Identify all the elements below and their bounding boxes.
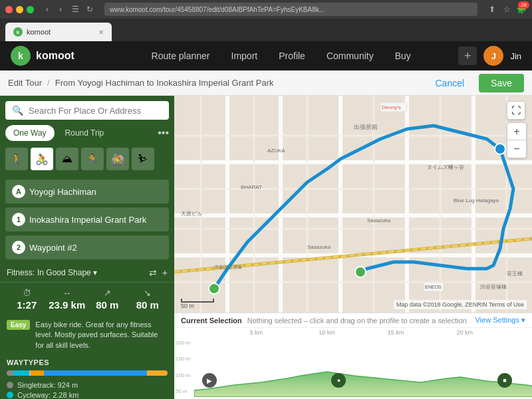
swap-icon[interactable]: ⇄ (149, 267, 157, 278)
map-attribution: Map data ©2018 Google, ZENRIN Terms of U… (394, 300, 527, 309)
waypoint-pin-1: ● (331, 373, 346, 388)
difficulty-badge: Easy (7, 320, 30, 330)
refresh-button[interactable]: ↻ (84, 4, 95, 15)
add-waypoint-icon[interactable]: + (162, 267, 168, 278)
close-window-button[interactable] (5, 6, 13, 13)
nav-buy[interactable]: Buy (395, 48, 411, 64)
play-button-start[interactable]: ▶ (202, 373, 217, 388)
profile-waypoint-end-icon: ■ (497, 373, 512, 388)
svg-text:笹王橋: 笹王橋 (507, 271, 523, 277)
edit-tour-label: Edit Tour (8, 78, 42, 88)
tab-close-button[interactable]: ✕ (98, 29, 104, 36)
distance-ruler: 5 km 10 km 15 km 20 km (174, 328, 532, 337)
activity-run[interactable]: 🏃 (81, 148, 104, 170)
search-bar[interactable]: 🔍 (5, 101, 169, 120)
forward-button[interactable]: › (55, 4, 66, 15)
breadcrumb-separator: / (47, 78, 50, 88)
bookmark-button[interactable]: ☆ (501, 4, 512, 15)
active-tab[interactable]: k komoot ✕ (5, 23, 112, 41)
browser-top-bar: ‹ › ☰ ↻ www.komoot.com/tour/45458807/edi… (0, 0, 532, 19)
search-input[interactable] (29, 106, 162, 116)
nav-route-planner[interactable]: Route planner (152, 48, 210, 64)
view-settings-button[interactable]: View Settings ▾ (475, 316, 525, 325)
waypoint-label-a: A (12, 185, 25, 198)
waytype-list: Singletrack: 924 m Cycleway: 2.28 km Pat… (7, 381, 168, 399)
stat-elevation-up-value: 80 m (96, 299, 118, 311)
svg-text:BHARAT: BHARAT (241, 184, 262, 190)
url-text: www.komoot.com/tour/45458807/edit/d08AIB… (110, 6, 325, 13)
nav-community[interactable]: Community (327, 48, 374, 64)
activity-walk[interactable]: 🚶 (5, 148, 28, 170)
play-icon[interactable]: ▶ (202, 373, 217, 388)
nav-import[interactable]: Import (231, 48, 258, 64)
one-way-tab[interactable]: One Way (5, 125, 55, 141)
waypoints-list: A Yoyogi Hachiman 1 Inokashira Imperial … (0, 177, 174, 262)
stats-row: ⏱ 1:27 ↔ 23.9 km ↗ 80 m ↘ 80 m (0, 282, 174, 316)
nav-profile[interactable]: Profile (279, 48, 305, 64)
waypoint-name-a: Yoyogi Hachiman (29, 187, 96, 197)
cancel-button[interactable]: Cancel (427, 74, 472, 92)
edit-bar-actions: Cancel Save (427, 74, 524, 92)
save-button[interactable]: Save (479, 74, 524, 92)
fullscreen-button[interactable]: ⛶ (507, 101, 525, 120)
fitness-value: In Good Shape (37, 268, 91, 277)
round-trip-tab[interactable]: Round Trip (57, 125, 112, 141)
address-bar[interactable]: www.komoot.com/tour/45458807/edit/d08AIB… (104, 3, 477, 16)
zoom-in-button[interactable]: + (507, 123, 526, 140)
map-background[interactable]: 出張所前 タイムズ幡ヶ谷 AZUKA Sasazuka Sasazuka 大原ビ… (174, 96, 532, 399)
svg-text:Blue Lug Hatagaya: Blue Lug Hatagaya (454, 198, 499, 203)
waypoint-label-1: 1 (12, 213, 25, 226)
logo-area[interactable]: k komoot (11, 46, 104, 66)
stat-distance: ↔ 23.9 km (47, 288, 88, 311)
activity-ski[interactable]: ⛷ (132, 148, 154, 170)
waytype-dot-singletrack (7, 382, 13, 388)
share-button[interactable]: ⬆ (487, 4, 497, 15)
back-button[interactable]: ‹ (42, 4, 53, 15)
maximize-window-button[interactable] (27, 6, 34, 13)
tab-favicon: k (13, 27, 23, 37)
zoom-out-button[interactable]: − (507, 140, 526, 158)
waypoint-name-1: Inokashira Imperial Grant Park (29, 215, 146, 225)
activity-mountain[interactable]: ⛰ (56, 148, 78, 170)
activity-trail[interactable]: 🚵 (106, 148, 129, 170)
app-header: k komoot Route planner Import Profile Co… (0, 41, 532, 70)
elev-150: 150 m (176, 356, 193, 362)
add-button[interactable]: + (458, 47, 477, 65)
fitness-row: Fitness: In Good Shape ▾ ⇄ + (0, 263, 174, 282)
scale-indicator: 50 m (181, 299, 214, 309)
elevation-chart[interactable]: 200 m 150 m 100 m 50 m (174, 337, 532, 397)
tab-title: komoot (27, 28, 51, 36)
minimize-window-button[interactable] (16, 6, 23, 13)
waytype-label-singletrack: Singletrack: 924 m (17, 381, 78, 389)
svg-point-23 (495, 144, 505, 154)
waytype-label-cycleway: Cycleway: 2.28 km (17, 391, 78, 399)
waytype-bar-road (44, 370, 147, 376)
chevron-down-icon: ▾ (93, 268, 97, 277)
stat-elevation-down: ↘ 80 m (128, 288, 168, 311)
activity-bike[interactable]: 🚴 (31, 148, 53, 170)
svg-text:大原ビル: 大原ビル (181, 211, 202, 217)
stat-elevation-down-value: 80 m (136, 299, 159, 311)
route-tabs-more[interactable]: ••• (158, 127, 169, 139)
svg-text:渋谷笹塚橋: 渋谷笹塚橋 (480, 284, 507, 290)
svg-text:ENEOS: ENEOS (425, 285, 442, 289)
tour-name: From Yoyogi Hachiman to Inokashira Imper… (55, 78, 274, 88)
username: Jin (510, 51, 521, 61)
map-area[interactable]: 出張所前 タイムズ幡ヶ谷 AZUKA Sasazuka Sasazuka 大原ビ… (174, 96, 532, 399)
waytype-singletrack: Singletrack: 924 m (7, 381, 168, 389)
waypoint-1[interactable]: 1 Inokashira Imperial Grant Park (5, 207, 169, 231)
search-icon: 🔍 (12, 105, 23, 116)
avatar[interactable]: J (483, 46, 503, 66)
dist-20km: 20 km (456, 329, 525, 336)
dist-15km: 15 km (388, 329, 457, 336)
elev-100: 100 m (176, 372, 193, 378)
edit-bar: Edit Tour / From Yoyogi Hachiman to Inok… (0, 70, 532, 96)
dist-10km: 10 km (319, 329, 388, 336)
logo-icon: k (11, 46, 31, 66)
fitness-actions: ⇄ + (149, 267, 168, 278)
sidebar-toggle-button[interactable]: ☰ (70, 4, 80, 15)
waypoint-2[interactable]: 2 Waypoint #2 (5, 235, 169, 259)
fitness-dropdown[interactable]: In Good Shape ▾ (37, 268, 97, 277)
waypoint-a[interactable]: A Yoyogi Hachiman (5, 180, 169, 203)
svg-text:Sasazuka: Sasazuka (307, 244, 331, 250)
